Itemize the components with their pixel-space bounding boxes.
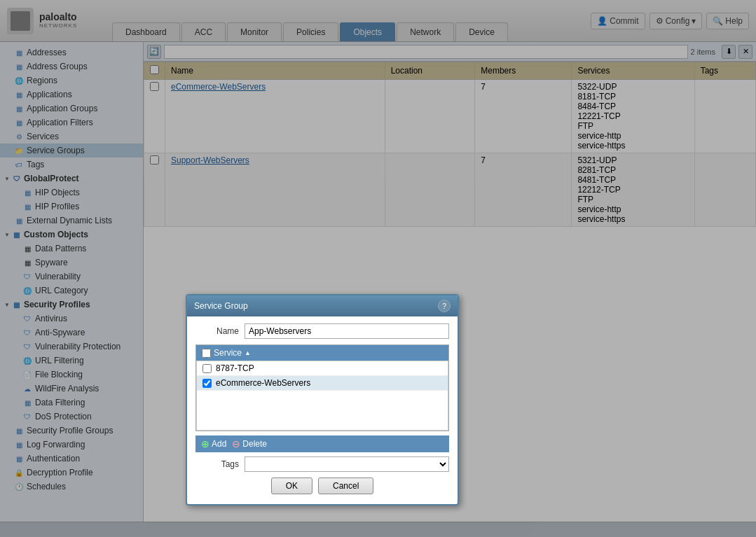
delete-icon: ⊖ (232, 438, 240, 449)
add-label: Add (212, 439, 226, 449)
name-label: Name (195, 326, 245, 336)
add-button[interactable]: ⊕ Add (201, 438, 226, 449)
service-row-2: eCommerce-WebServers (197, 376, 448, 391)
name-input[interactable] (245, 323, 449, 339)
delete-label: Delete (242, 439, 267, 449)
delete-button[interactable]: ⊖ Delete (232, 438, 267, 449)
service-2-label: eCommerce-WebServers (216, 378, 310, 388)
service-area: 8787-TCP eCommerce-WebServers (196, 361, 448, 431)
cancel-button[interactable]: Cancel (318, 477, 373, 494)
ok-button[interactable]: OK (271, 477, 312, 494)
service-sort-arrow: ▲ (245, 349, 251, 356)
tags-row: Tags (195, 456, 449, 472)
dialog-titlebar: Service Group ? (187, 295, 458, 316)
service-table-wrap: Service ▲ 8787-TCP eCommerce-WebServers (195, 344, 449, 431)
action-bar: ⊕ Add ⊖ Delete (195, 435, 449, 452)
service-group-dialog: Service Group ? Name Service ▲ 8787-TCP (186, 294, 459, 505)
dialog-help-button[interactable]: ? (438, 300, 451, 312)
name-row: Name (195, 323, 449, 339)
dialog-title: Service Group (194, 301, 248, 311)
service-header-label: Service (214, 348, 242, 358)
service-header-checkbox[interactable] (202, 349, 211, 358)
service-1-checkbox[interactable] (202, 364, 212, 373)
tags-select[interactable] (245, 456, 449, 472)
service-2-checkbox[interactable] (202, 379, 212, 388)
dialog-overlay: Service Group ? Name Service ▲ 8787-TCP (0, 0, 756, 537)
service-row-1: 8787-TCP (197, 361, 448, 376)
service-table-header: Service ▲ (196, 345, 448, 361)
dialog-body: Name Service ▲ 8787-TCP eCommerce-W (187, 316, 458, 504)
add-icon: ⊕ (201, 438, 209, 449)
tags-label: Tags (195, 459, 245, 469)
service-1-label: 8787-TCP (216, 363, 254, 373)
dialog-buttons: OK Cancel (195, 472, 449, 497)
